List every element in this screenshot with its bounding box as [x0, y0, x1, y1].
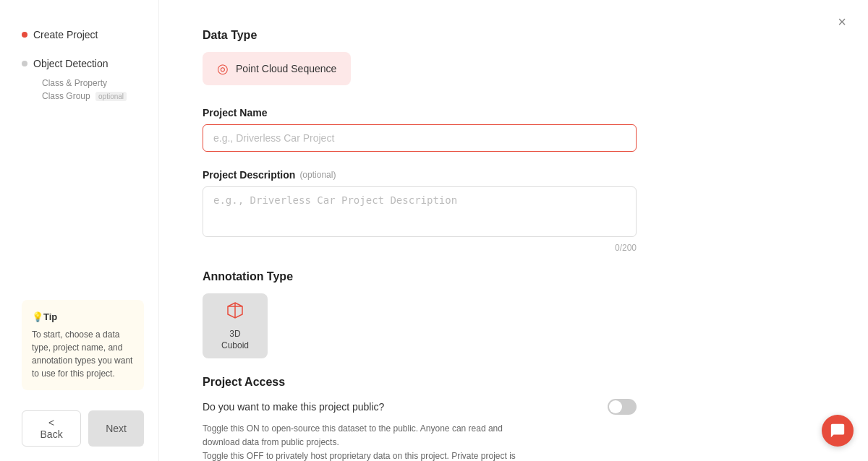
tip-text: To start, choose a data type, project na…: [32, 328, 134, 380]
project-description-group: Project Description (optional) 0/200: [203, 169, 825, 253]
data-type-section-label: Data Type: [203, 29, 825, 42]
sidebar-object-detection: Object Detection: [22, 58, 144, 69]
project-description-label: Project Description (optional): [203, 169, 825, 181]
nav-buttons: < Back Next: [22, 410, 144, 447]
point-cloud-icon: ◎: [217, 61, 229, 77]
object-detection-label: Object Detection: [33, 58, 109, 69]
object-detection-dot: [22, 61, 27, 66]
annotation-type-card[interactable]: 3D Cuboid: [203, 293, 268, 358]
access-question-row: Do you want to make this project public?: [203, 399, 637, 415]
project-access-section-label: Project Access: [203, 376, 825, 389]
annotation-type-section-label: Annotation Type: [203, 270, 825, 283]
sidebar-create-project: Create Project: [22, 29, 144, 40]
next-button[interactable]: Next: [88, 410, 144, 447]
public-toggle[interactable]: [608, 399, 637, 415]
tip-title: 💡Tip: [32, 310, 134, 324]
create-project-dot: [22, 32, 27, 38]
sidebar: Create Project Object Detection Class & …: [0, 0, 159, 461]
char-count: 0/200: [203, 243, 637, 253]
back-button[interactable]: < Back: [22, 410, 81, 447]
annotation-card-label: 3D Cuboid: [221, 329, 249, 351]
data-type-card-label: Point Cloud Sequence: [236, 63, 336, 74]
project-description-input[interactable]: [203, 186, 637, 237]
optional-tag: optional: [95, 92, 127, 101]
cuboid-icon: [225, 300, 245, 324]
sidebar-sub-class-property: Class & Property: [42, 78, 144, 88]
create-project-label: Create Project: [33, 29, 98, 40]
close-button[interactable]: ×: [838, 14, 846, 29]
chat-button[interactable]: [822, 415, 854, 447]
access-description: Toggle this ON to open-source this datas…: [203, 422, 637, 461]
sidebar-sub-class-group: Class Group optional: [42, 91, 144, 101]
sidebar-sub-items: Class & Property Class Group optional: [22, 78, 144, 101]
tip-box: 💡Tip To start, choose a data type, proje…: [22, 300, 144, 391]
main-content: × Data Type ◎ Point Cloud Sequence Proje…: [159, 0, 868, 461]
data-type-card[interactable]: ◎ Point Cloud Sequence: [203, 52, 351, 85]
optional-label: (optional): [299, 170, 336, 180]
project-name-label: Project Name: [203, 107, 825, 119]
project-name-input[interactable]: [203, 124, 637, 152]
access-question-text: Do you want to make this project public?: [203, 401, 384, 413]
project-name-group: Project Name: [203, 107, 825, 152]
